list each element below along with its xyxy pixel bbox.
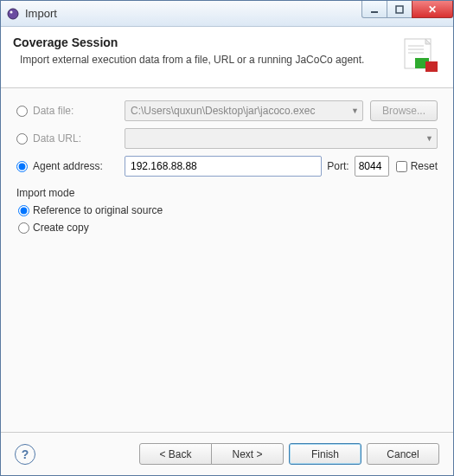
svg-point-0 xyxy=(8,9,18,19)
window-controls: ✕ xyxy=(362,1,453,26)
back-button[interactable]: < Back xyxy=(139,443,212,465)
data-file-radio[interactable] xyxy=(16,106,28,117)
reset-checkbox[interactable] xyxy=(396,161,407,172)
close-button[interactable]: ✕ xyxy=(412,1,453,18)
create-copy-label: Create copy xyxy=(33,222,89,234)
chevron-down-icon: ▼ xyxy=(425,134,433,143)
data-url-combo[interactable]: ▼ xyxy=(125,128,438,149)
reference-source-label: Reference to original source xyxy=(33,204,163,216)
import-mode-group-label: Import mode xyxy=(16,187,438,199)
port-label: Port: xyxy=(327,160,348,172)
agent-address-radio[interactable] xyxy=(16,161,28,172)
svg-rect-2 xyxy=(371,11,378,13)
svg-point-1 xyxy=(10,10,13,13)
reference-source-radio[interactable] xyxy=(18,205,29,216)
help-icon[interactable]: ? xyxy=(15,444,35,465)
maximize-button[interactable] xyxy=(387,1,412,18)
data-file-combo[interactable]: C:\Users\quxun\Desktop\jar\jacoco.exec ▼ xyxy=(125,100,363,121)
app-icon xyxy=(6,7,20,21)
coverage-icon xyxy=(400,35,441,77)
page-title: Coverage Session xyxy=(13,35,400,49)
agent-address-label: Agent address: xyxy=(33,160,125,172)
svg-rect-3 xyxy=(396,6,403,13)
data-file-value: C:\Users\quxun\Desktop\jar\jacoco.exec xyxy=(131,105,315,117)
data-url-label: Data URL: xyxy=(33,132,125,145)
agent-address-input[interactable] xyxy=(125,156,322,177)
titlebar: Import ✕ xyxy=(1,1,453,27)
svg-rect-9 xyxy=(425,61,438,72)
data-url-radio[interactable] xyxy=(16,133,28,145)
import-dialog: Import ✕ Coverage Session Import externa… xyxy=(0,0,454,476)
next-button[interactable]: Next > xyxy=(211,443,284,465)
browse-button[interactable]: Browse... xyxy=(370,100,438,121)
page-description: Import external execution data from a fi… xyxy=(13,53,400,68)
chevron-down-icon: ▼ xyxy=(351,106,359,115)
finish-button[interactable]: Finish xyxy=(289,443,361,465)
minimize-button[interactable] xyxy=(361,1,387,18)
data-file-label: Data file: xyxy=(33,105,125,117)
reset-label: Reset xyxy=(411,160,438,172)
create-copy-radio[interactable] xyxy=(18,222,29,234)
banner: Coverage Session Import external executi… xyxy=(1,27,453,88)
footer: ? < Back Next > Finish Cancel xyxy=(1,432,453,475)
content-area: Data file: C:\Users\quxun\Desktop\jar\ja… xyxy=(1,88,453,432)
cancel-button[interactable]: Cancel xyxy=(367,443,439,465)
window-title: Import xyxy=(25,7,362,20)
port-input[interactable] xyxy=(355,156,389,177)
